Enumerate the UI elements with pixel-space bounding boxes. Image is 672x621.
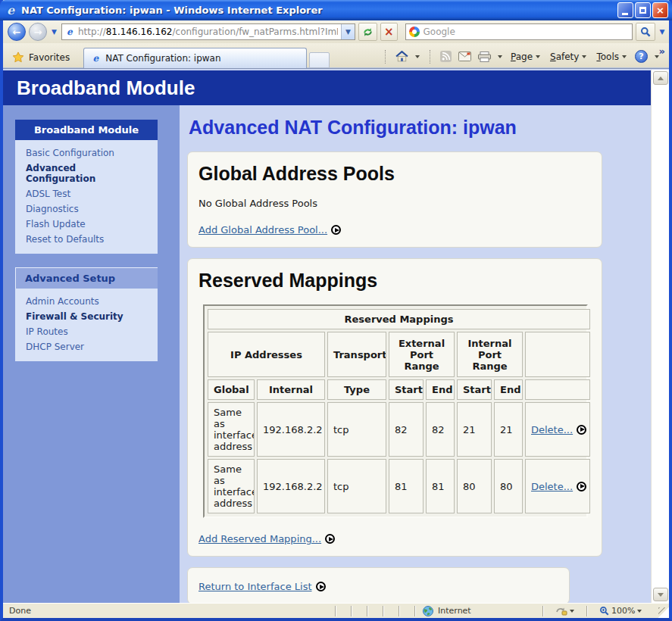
reserved-mappings-table-container: Reserved Mappings IP Addresses Transport… [203,304,588,518]
tab-nat-configuration[interactable]: e NAT Configuration: ipwan [83,48,307,68]
back-button[interactable]: ← [8,23,26,41]
return-to-interface-list-link[interactable]: Return to Interface List [198,581,326,592]
status-separator [399,606,400,616]
add-reserved-mapping-link[interactable]: Add Reserved Mapping... [198,533,335,545]
sidebar-item-basic-configuration[interactable]: Basic Configuration [15,145,158,161]
scroll-down-button[interactable] [653,588,668,601]
home-button[interactable] [393,49,411,64]
cell-ext-start: 81 [389,459,424,513]
chevron-down-icon [415,55,420,58]
sidebar-item-firewall-security[interactable]: Firewall & Security [15,309,158,324]
scroll-up-button[interactable] [653,71,668,85]
search-options-dropdown[interactable]: ▼ [658,28,667,36]
help-button[interactable]: ? [633,48,650,64]
favorites-label: Favorites [29,52,70,63]
tools-menu-label: Tools [596,51,619,62]
chevron-down-icon [498,55,502,58]
reserved-mappings-panel: Reserved Mappings Reserved Mappings [187,258,602,557]
page-title: Advanced NAT Configuration: ipwan [189,117,651,139]
maximize-button[interactable] [635,2,651,18]
help-icon: ? [635,50,648,63]
delete-mapping-link[interactable]: Delete... [531,481,586,492]
add-global-address-pool-link[interactable]: Add Global Address Pool... [198,224,341,236]
sidebar-item-ip-routes[interactable]: IP Routes [15,324,158,339]
column-header-actions [525,332,590,377]
print-button[interactable] [476,50,493,64]
sidebar-item-advanced-configuration[interactable]: Advanced Configuration [15,161,158,186]
delete-mapping-link[interactable]: Delete... [531,424,586,435]
tab-favicon: e [90,53,101,64]
vertical-scrollbar[interactable] [651,70,669,603]
table-row: Same as interface address 192.168.2.2 tc… [208,459,590,513]
status-text: Done [3,606,327,616]
protected-mode-button[interactable] [551,606,579,616]
feeds-button[interactable] [438,49,454,64]
chevron-up-icon [658,76,664,80]
forward-button[interactable]: → [29,23,47,41]
resize-grip[interactable] [658,607,669,618]
subheader-ext-end: End [426,379,455,400]
new-tab-button[interactable] [309,52,330,68]
cell-global: Same as interface address [208,459,255,513]
tools-menu-button[interactable]: Tools [592,50,630,64]
home-dropdown[interactable] [413,54,422,60]
sidebar-item-dhcp-server[interactable]: DHCP Server [15,339,158,354]
address-dropdown[interactable]: ▼ [341,24,355,39]
chevron-down-icon [536,55,540,58]
subheader-int-end: End [494,379,523,400]
cell-int-start: 21 [457,402,492,457]
read-mail-button[interactable] [456,50,474,63]
home-icon [395,51,408,62]
safety-menu-button[interactable]: Safety [546,50,590,64]
sidebar-item-adsl-test[interactable]: ADSL Test [15,186,158,201]
status-separator [586,606,588,616]
tab-bar: Favorites e NAT Configuration: ipwan [3,43,669,68]
column-header-external-port-range: External Port Range [389,332,455,377]
refresh-button[interactable] [358,23,377,41]
subheader-global: Global [208,379,255,400]
zoom-level: 100% [611,606,635,616]
search-input[interactable] [424,27,629,37]
cell-type: tcp [327,402,386,457]
stop-button[interactable]: × [380,23,398,41]
status-separator [383,606,384,616]
print-dropdown[interactable] [495,54,505,60]
page-menu-button[interactable]: Page [507,50,544,64]
refresh-icon [362,27,374,38]
minimize-button[interactable] [617,2,633,18]
column-header-ip-addresses: IP Addresses [208,332,325,377]
play-arrow-icon [577,425,586,435]
cell-int-end: 80 [494,459,523,513]
favorites-button[interactable]: Favorites [8,51,79,68]
global-address-pools-empty-text: No Global Address Pools [198,198,591,209]
status-separator [414,606,416,616]
subheader-actions [525,379,590,400]
search-button[interactable] [636,23,655,41]
sidebar-item-diagnostics[interactable]: Diagnostics [15,201,158,217]
printer-icon [478,51,491,62]
star-icon [12,51,24,63]
subheader-ext-start: Start [389,379,424,400]
recent-pages-dropdown[interactable]: ▼ [50,28,58,36]
zoom-control[interactable]: 100% [595,606,646,616]
url-text: http://81.146.16.162/configuration/fw_na… [78,27,338,37]
close-button[interactable]: × [652,2,668,18]
cell-type: tcp [327,459,386,513]
sidebar-item-reset-to-defaults[interactable]: Reset to Defaults [15,232,158,247]
play-arrow-icon [325,534,335,544]
search-box[interactable] [405,23,633,40]
subheader-int-start: Start [457,379,492,400]
play-arrow-icon [577,482,586,491]
reserved-mappings-title: Reserved Mappings [198,270,591,292]
address-bar[interactable]: e http://81.146.16.162/configuration/fw_… [61,23,355,40]
sidebar-item-admin-accounts[interactable]: Admin Accounts [15,294,158,309]
cell-ext-end: 82 [426,402,455,457]
cell-internal: 192.168.2.2 [257,459,325,513]
window-title: NAT Configuration: ipwan - Windows Inter… [21,5,323,16]
sidebar-item-flash-update[interactable]: Flash Update [15,217,158,232]
status-separator [351,606,352,616]
sidebar-panel-title: Advanced Setup [15,267,158,289]
toolbar-overflow-chevron[interactable]: » [659,45,665,57]
minimize-icon [622,13,628,15]
cell-int-end: 21 [494,402,523,457]
